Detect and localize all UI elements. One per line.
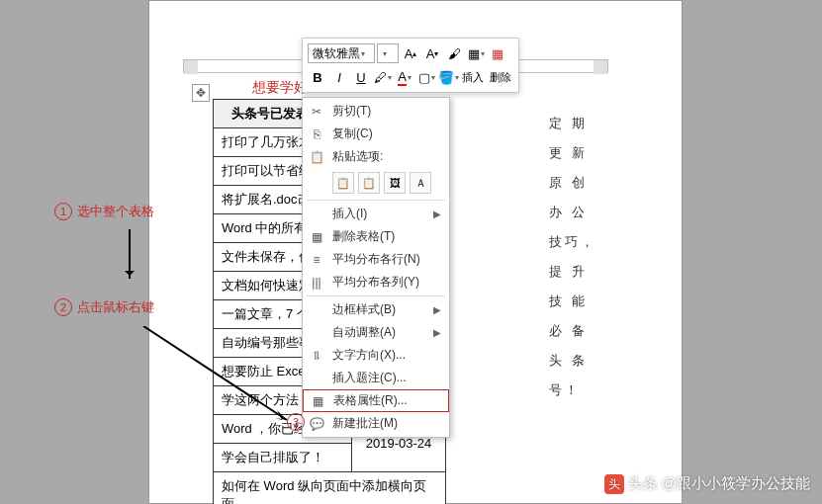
menu-text-direction[interactable]: ⥮文字方向(X)... bbox=[303, 344, 449, 367]
menu-distribute-cols[interactable]: |||平均分布各列(Y) bbox=[303, 271, 449, 294]
table-select-handle[interactable]: ✥ bbox=[192, 84, 210, 102]
side-note: 头 条 bbox=[549, 351, 588, 372]
paste-picture-button[interactable]: 🖼 bbox=[384, 172, 406, 194]
grow-font-button[interactable]: A▴ bbox=[401, 43, 420, 63]
border-button[interactable]: ▢▾ bbox=[416, 67, 436, 87]
menu-separator bbox=[307, 295, 445, 296]
copy-icon: ⎘ bbox=[309, 126, 324, 142]
insert-grid-button[interactable]: ▦▾ bbox=[466, 43, 486, 63]
delete-grid-button[interactable]: ▦ bbox=[488, 43, 507, 63]
menu-copy[interactable]: ⎘复制(C) bbox=[303, 123, 449, 145]
side-note: 必 备 bbox=[549, 321, 588, 342]
paste-text-button[interactable]: Ａ bbox=[410, 172, 431, 194]
comment-icon: 💬 bbox=[309, 416, 324, 432]
chevron-right-icon: ▶ bbox=[433, 209, 441, 219]
annotation-text: 选中整个表格 bbox=[77, 203, 154, 220]
table-cell[interactable]: 学会自己排版了！ bbox=[214, 444, 352, 472]
shrink-font-button[interactable]: A▾ bbox=[422, 43, 442, 63]
side-note: 办 公 bbox=[549, 203, 588, 223]
dist-cols-icon: ||| bbox=[309, 275, 324, 291]
font-name-select[interactable]: 微软雅黑▾ bbox=[308, 43, 375, 63]
dist-rows-icon: ≡ bbox=[309, 252, 324, 268]
side-note: 技 能 bbox=[549, 292, 588, 312]
table-props-icon: ▦ bbox=[310, 393, 325, 409]
menu-insert-caption[interactable]: 插入题注(C)... bbox=[303, 367, 449, 389]
circle-1-icon: 1 bbox=[54, 203, 72, 220]
watermark-icon: 头 bbox=[604, 474, 624, 494]
annotation-step1: 1 选中整个表格 bbox=[54, 203, 154, 220]
insert-label: 插入 bbox=[462, 70, 484, 85]
delete-label: 删除 bbox=[490, 70, 511, 85]
side-note: 技巧， bbox=[549, 232, 596, 253]
arrow-down-icon bbox=[129, 229, 131, 279]
menu-distribute-rows[interactable]: ≡平均分布各行(N) bbox=[303, 248, 449, 271]
menu-delete-table[interactable]: ▦删除表格(T) bbox=[303, 225, 449, 248]
delete-table-icon: ▦ bbox=[309, 229, 324, 245]
chevron-right-icon: ▶ bbox=[433, 327, 441, 338]
menu-separator bbox=[307, 200, 445, 201]
partial-title-text: 想要学好 bbox=[252, 79, 308, 97]
menu-cut[interactable]: ✂剪切(T) bbox=[303, 100, 449, 123]
side-note: 号！ bbox=[549, 380, 581, 401]
circle-2-icon: 2 bbox=[54, 298, 72, 316]
paste-keep-formatting-button[interactable]: 📋 bbox=[332, 172, 354, 194]
paste-merge-button[interactable]: 📋 bbox=[358, 172, 380, 194]
circle-3-icon: 3 bbox=[287, 413, 305, 431]
font-color-button[interactable]: A▾ bbox=[395, 67, 414, 87]
menu-paste-options: 📋粘贴选项: bbox=[303, 145, 449, 168]
side-note: 定 期 bbox=[549, 114, 588, 134]
table-cell[interactable]: 如何在 Word 纵向页面中添加横向页面 bbox=[214, 472, 446, 505]
menu-insert[interactable]: 插入(I)▶ bbox=[303, 203, 449, 225]
menu-new-comment[interactable]: 💬新建批注(M) bbox=[303, 412, 449, 435]
highlight-button[interactable]: 🖊▾ bbox=[373, 67, 393, 87]
menu-autofit[interactable]: 自动调整(A)▶ bbox=[303, 321, 449, 344]
side-note: 原 创 bbox=[549, 173, 588, 194]
chevron-right-icon: ▶ bbox=[433, 304, 441, 315]
paste-icon: 📋 bbox=[309, 149, 324, 165]
menu-table-properties[interactable]: ▦表格属性(R)... bbox=[303, 389, 449, 412]
underline-button[interactable]: U bbox=[351, 67, 371, 87]
annotation-text: 点击鼠标右键 bbox=[77, 298, 154, 316]
annotation-step2: 2 点击鼠标右键 bbox=[54, 298, 154, 316]
side-note: 更 新 bbox=[549, 143, 588, 164]
format-painter-button[interactable]: 🖌 bbox=[444, 43, 464, 63]
paste-options-row: 📋 📋 🖼 Ａ bbox=[303, 168, 449, 198]
font-size-select[interactable]: ▾ bbox=[377, 43, 399, 63]
watermark: 头头条 @跟小小筱学办公技能 bbox=[604, 474, 810, 494]
fill-button[interactable]: 🪣▾ bbox=[438, 67, 458, 87]
scissors-icon: ✂ bbox=[309, 104, 324, 120]
bold-button[interactable]: B bbox=[308, 67, 327, 87]
mini-toolbar[interactable]: 微软雅黑▾ ▾ A▴ A▾ 🖌 ▦▾ ▦ B I U 🖊▾ A▾ ▢▾ 🪣▾ 插… bbox=[302, 38, 519, 93]
side-note: 提 升 bbox=[549, 262, 588, 283]
italic-button[interactable]: I bbox=[329, 67, 349, 87]
context-menu[interactable]: ✂剪切(T) ⎘复制(C) 📋粘贴选项: 📋 📋 🖼 Ａ 插入(I)▶ ▦删除表… bbox=[302, 97, 450, 438]
menu-border-style[interactable]: 边框样式(B)▶ bbox=[303, 298, 449, 321]
text-dir-icon: ⥮ bbox=[309, 348, 324, 364]
